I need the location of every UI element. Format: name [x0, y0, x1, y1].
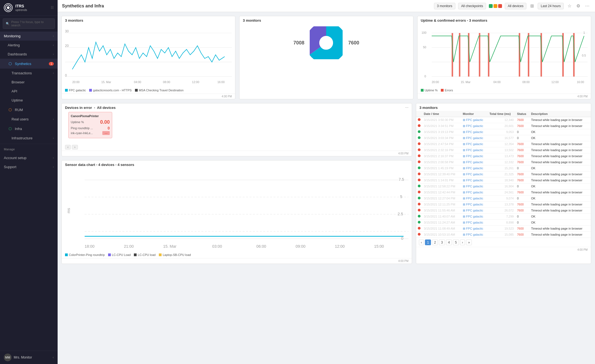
legend-lc-cpu-load: LC-CPU Load — [108, 253, 131, 256]
card3-footer: 4:00 PM — [418, 94, 591, 99]
rum-icon: ⬡ — [8, 107, 13, 112]
table-row[interactable]: 3/15/2021 2:32:16 PM ⊞ FPC galactic 13,5… — [416, 147, 591, 153]
row-date: 3/15/2021 2:00:58 PM — [422, 159, 461, 165]
sensor-chart-area: 7.5 5 2.5 0 ms 18:00 21:00 15. Mar — [62, 168, 412, 252]
row-status: 7600 — [515, 201, 529, 207]
row-time: 13,502 — [488, 147, 515, 153]
table-row[interactable]: 3/15/2021 12:11:25 PM ⊞ FPC galactic 13,… — [416, 201, 591, 207]
row-desc: Timeout while loading page in browser — [529, 225, 591, 232]
table-row[interactable]: 3/15/2021 1:45:19 PM ⊞ FPC galactic 15,2… — [416, 165, 591, 171]
table-row[interactable]: 3/15/2021 12:27:04 PM ⊞ FPC galactic 9,0… — [416, 195, 591, 201]
table-row[interactable]: 3/15/2021 11:55:46 AM ⊞ FPC galactic 26,… — [416, 207, 591, 213]
monitors-btn[interactable]: 3 monitors — [434, 3, 455, 9]
pagination: ‹ 1 2 3 4 5 › » — [416, 238, 591, 247]
dots-menu-icon[interactable]: ⋯ — [405, 106, 408, 109]
table-row[interactable]: 3/15/2021 3:19:13 PM ⊞ FPC galactic 9,05… — [416, 129, 591, 135]
svg-text:18:00: 18:00 — [85, 244, 95, 248]
row-indicator — [416, 189, 422, 195]
device-tile-canon[interactable]: CanonPixmaPrinter Uptime % 0.00 Ping rou… — [68, 112, 112, 138]
device-ping-val: 0 — [108, 126, 110, 130]
row-time: 7,299 — [488, 213, 515, 219]
table-row[interactable]: 3/15/2021 2:47:54 PM ⊞ FPC galactic 12,3… — [416, 141, 591, 147]
grid-icon[interactable]: ⊞ — [529, 3, 535, 9]
sidebar-toggle-icon[interactable]: ☷ — [51, 6, 54, 10]
device-uptime-row: Uptime % 0.00 — [71, 119, 110, 125]
row-desc: OK — [529, 213, 591, 219]
chevron-icon: › — [53, 165, 54, 168]
row-desc: Timeout while loading page in browser — [529, 171, 591, 177]
sidebar-item-dashboards[interactable]: Dashboards › — [0, 50, 58, 59]
table-row[interactable]: 3/15/2021 12:58:22 PM ⊞ FPC galactic 16,… — [416, 183, 591, 189]
row-indicator — [416, 232, 422, 238]
row-date: 3/15/2021 11:40:07 AM — [422, 213, 461, 219]
sidebar-item-account-setup[interactable]: Account setup › — [0, 153, 58, 162]
time-btn[interactable]: Last 24 hours — [538, 3, 564, 9]
checkpoints-btn[interactable]: All checkpoints — [458, 3, 486, 9]
svg-text:0: 0 — [424, 75, 426, 78]
logo-text: ITRS uptrends — [15, 4, 27, 12]
row-date: 3/15/2021 2:47:54 PM — [422, 141, 461, 147]
table-row[interactable]: 3/15/2021 3:03:34 PM ⊞ FPC galactic 16,5… — [416, 135, 591, 141]
sidebar-item-alerting[interactable]: Alerting › — [0, 41, 58, 50]
user-row[interactable]: MM Mrs. Monitor ‹ — [0, 351, 58, 364]
search-input[interactable]: 🔍 Press ? to focus, type to search — [3, 18, 55, 29]
device-ping-row: Ping roundtrip ... 0 — [71, 126, 110, 130]
row-time: 16,577 — [488, 135, 515, 141]
legend-item-msa: MSA Checking Travel Destination — [135, 89, 184, 92]
sidebar-item-monitoring[interactable]: Monitoring ‹ — [0, 32, 58, 41]
sidebar-item-support[interactable]: Support › — [0, 162, 58, 171]
infra-icon: ⬡ — [8, 126, 13, 131]
chevron-icon: › — [53, 156, 54, 159]
prev-device-btn[interactable]: ‹ — [65, 145, 71, 149]
svg-text:20:00: 20:00 — [72, 80, 80, 84]
svg-text:7.5: 7.5 — [399, 177, 404, 182]
sidebar-item-transactions[interactable]: Transactions › — [0, 69, 58, 78]
sidebar-item-infrastructure[interactable]: Infrastructure › — [0, 134, 58, 143]
table-row[interactable]: 3/15/2021 11:08:49 AM ⊞ FPC galactic 19,… — [416, 225, 591, 232]
row-status: 0 — [515, 135, 529, 141]
row-desc: Timeout while loading page in browser — [529, 141, 591, 147]
table-row[interactable]: 3/15/2021 2:00:58 PM ⊞ FPC galactic 12,3… — [416, 159, 591, 165]
row-time: 16,904 — [488, 183, 515, 189]
table-row[interactable]: 3/15/2021 3:50:30 PM ⊞ FPC galactic 12,3… — [416, 117, 591, 123]
card3-title: Uptime & confirmed errors - 3 monitors — [418, 16, 591, 24]
page-5-btn[interactable]: 5 — [453, 239, 459, 245]
page-1-btn[interactable]: 1 — [425, 239, 431, 245]
sidebar-item-realusers[interactable]: Real users › — [0, 115, 58, 124]
page-2-btn[interactable]: 2 — [432, 239, 438, 245]
row-monitor: ⊞ FPC galactic — [461, 165, 488, 171]
card-monitors-table: 3 monitors Date / time Monitor Total tim… — [416, 103, 591, 264]
table-row[interactable]: 3/15/2021 11:40:07 AM ⊞ FPC galactic 7,2… — [416, 213, 591, 219]
ellipsis-icon[interactable]: ⋯ — [584, 3, 591, 9]
next-page-btn[interactable]: › — [460, 239, 465, 245]
table-row[interactable]: 3/15/2021 12:42:44 PM ⊞ FPC galactic 24,… — [416, 189, 591, 195]
page-3-btn[interactable]: 3 — [439, 239, 445, 245]
next-device-btn[interactable]: › — [72, 145, 78, 149]
pie-label-left: 7008 — [293, 40, 304, 46]
svg-text:21:00: 21:00 — [124, 244, 134, 248]
table-row[interactable]: 3/15/2021 2:16:37 PM ⊞ FPC galactic 13,4… — [416, 153, 591, 159]
prev-page-btn[interactable]: ‹ — [419, 239, 424, 245]
table-row[interactable]: 3/15/2021 3:34:51 PM ⊞ FPC galactic 20,6… — [416, 123, 591, 129]
page-4-btn[interactable]: 4 — [446, 239, 452, 245]
sidebar-item-uptime[interactable]: Uptime — [0, 96, 58, 105]
sidebar-item-rum[interactable]: ⬡ RUM — [0, 105, 58, 115]
sidebar-item-synthetics[interactable]: ⬡ Synthetics 1 — [0, 59, 58, 69]
sidebar-item-api[interactable]: API — [0, 87, 58, 96]
svg-text:50: 50 — [423, 46, 426, 49]
table-row[interactable]: 3/15/2021 11:24:27 AM ⊞ FPC galactic 8,8… — [416, 219, 591, 225]
table-row[interactable]: 3/15/2021 1:14:01 PM ⊞ FPC galactic 18,9… — [416, 177, 591, 183]
badge: 1 — [49, 62, 54, 66]
legend-errors: Errors — [441, 89, 453, 92]
sidebar-item-browser[interactable]: Browser — [0, 78, 58, 87]
last-page-btn[interactable]: » — [466, 239, 472, 245]
main-content: Synthetics and Infra 3 monitors All chec… — [58, 0, 595, 364]
sidebar-item-infra[interactable]: ⬡ Infra — [0, 124, 58, 134]
star-icon[interactable]: ☆ — [566, 3, 573, 9]
table-row[interactable]: 3/15/2021 12:39:40 PM ⊞ FPC galactic 21,… — [416, 171, 591, 177]
card-devices-error: Devices in error - All devices ⋯ CanonPi… — [61, 103, 412, 156]
sidebar: ITRS uptrends ☷ 🔍 Press ? to focus, type… — [0, 0, 58, 364]
devices-btn[interactable]: All devices — [505, 3, 526, 9]
table-row[interactable]: 3/15/2021 10:53:10 AM ⊞ FPC galactic 15,… — [416, 232, 591, 238]
settings-icon[interactable]: ⚙ — [575, 3, 581, 9]
